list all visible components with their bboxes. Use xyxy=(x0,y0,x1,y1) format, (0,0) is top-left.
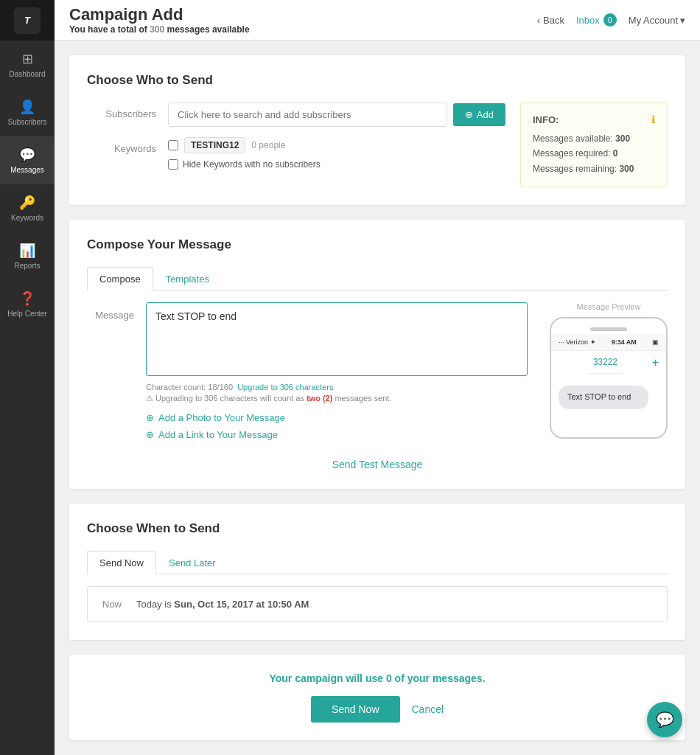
choose-who-title: Choose Who to Send xyxy=(87,73,668,88)
info-box: INFO: ℹ Messages available: 300 Messages… xyxy=(520,102,668,187)
preview-label: Message Preview xyxy=(550,302,668,311)
logo: T xyxy=(0,0,55,41)
upgrade-link[interactable]: Upgrade to 306 characters xyxy=(237,383,333,392)
send-now-date: Today is Sun, Oct 15, 2017 at 10:50 AM xyxy=(136,599,309,610)
char-count: Character count: 18/160 Upgrade to 306 c… xyxy=(146,383,528,392)
photo-icon: ⊕ xyxy=(146,412,154,423)
chat-icon: 💬 xyxy=(656,711,674,728)
content: Choose Who to Send Subscribers ⊕ Add xyxy=(55,41,700,755)
hide-keywords-label: Hide Keywords with no subscribers xyxy=(183,159,321,170)
upgrade-warning: ⚠ Upgrading to 306 characters will count… xyxy=(146,394,528,403)
add-subscribers-button[interactable]: ⊕ Add xyxy=(453,103,505,126)
help-icon: ❓ xyxy=(19,290,35,307)
phone-carrier: ··· Verizon ✦ xyxy=(559,338,596,346)
message-input-area: Text STOP to end Character count: 18/160… xyxy=(146,302,528,403)
sidebar-item-help[interactable]: ❓ Help Center xyxy=(0,280,55,328)
keyword-count: 0 people xyxy=(251,140,285,150)
phone-battery: ▣ xyxy=(652,338,659,346)
sidebar-item-reports[interactable]: 📊 Reports xyxy=(0,232,55,280)
topbar-nav: ‹ Back Inbox 0 My Account ▾ xyxy=(537,13,685,27)
send-test-button[interactable]: Send Test Message xyxy=(332,459,423,470)
subscribers-row: Subscribers ⊕ Add xyxy=(87,102,505,127)
choose-who-left: Subscribers ⊕ Add Keywords xyxy=(87,102,505,187)
phone-frame: ··· Verizon ✦ 9:34 AM ▣ 33222 + Text STO… xyxy=(550,317,668,439)
subscribers-icon: 👤 xyxy=(19,99,35,115)
inbox-button[interactable]: Inbox 0 xyxy=(576,13,617,27)
phone-messages-area: Text STOP to end xyxy=(551,378,666,437)
bottom-actions: Send Now Cancel xyxy=(87,696,668,723)
keywords-label: Keywords xyxy=(87,137,168,154)
message-textarea[interactable]: Text STOP to end xyxy=(146,302,528,376)
compose-card: Compose Your Message Compose Templates M… xyxy=(69,220,685,489)
reports-icon: 📊 xyxy=(19,243,35,259)
sidebar-item-label: Dashboard xyxy=(10,70,46,78)
tab-send-now[interactable]: Send Now xyxy=(87,551,156,574)
logo-icon: T xyxy=(14,7,41,34)
chevron-down-icon: ▾ xyxy=(680,15,685,26)
phone-plus-icon: + xyxy=(652,356,659,369)
send-now-button[interactable]: Send Now xyxy=(311,696,400,723)
campaign-use-count: 0 xyxy=(386,672,392,684)
subscribers-field: ⊕ Add xyxy=(168,102,505,127)
tab-send-later[interactable]: Send Later xyxy=(156,551,228,574)
topbar-title: Campaign Add You have a total of 300 mes… xyxy=(69,5,537,35)
phone-number-row: 33222 + xyxy=(551,351,666,378)
messages-icon: 💬 xyxy=(19,147,35,163)
sidebar-item-subscribers[interactable]: 👤 Subscribers xyxy=(0,88,55,136)
account-menu[interactable]: My Account ▾ xyxy=(629,15,685,26)
keywords-field: TESTING12 0 people Hide Keywords with no… xyxy=(168,137,505,170)
send-tabs: Send Now Send Later xyxy=(87,551,668,574)
when-to-send-card: Choose When to Send Send Now Send Later … xyxy=(69,504,685,640)
topbar-subtitle: You have a total of 300 messages availab… xyxy=(69,24,537,35)
back-button[interactable]: ‹ Back xyxy=(537,15,564,26)
sidebar-item-dashboard[interactable]: ⊞ Dashboard xyxy=(0,41,55,88)
plus-icon: ⊕ xyxy=(465,109,473,120)
send-now-label: Now xyxy=(102,599,122,610)
send-test-section: Send Test Message xyxy=(87,458,668,471)
campaign-use-text: Your campaign will use 0 of your message… xyxy=(87,672,668,684)
add-link-link[interactable]: ⊕ Add a Link to Your Message xyxy=(146,429,528,440)
chevron-left-icon: ‹ xyxy=(537,15,540,26)
sidebar-item-label: Help Center xyxy=(7,310,46,318)
sidebar-item-label: Reports xyxy=(14,262,40,270)
phone-preview: Message Preview ··· Verizon ✦ 9:34 AM ▣ … xyxy=(550,302,668,446)
phone-notch xyxy=(590,327,627,331)
message-field-row: Message Text STOP to end Character count… xyxy=(87,302,528,403)
info-messages-available: Messages available: 300 xyxy=(533,131,655,146)
cancel-button[interactable]: Cancel xyxy=(412,703,444,715)
sidebar: T ⊞ Dashboard 👤 Subscribers 💬 Messages 🔑… xyxy=(0,0,55,755)
keywords-icon: 🔑 xyxy=(19,195,35,211)
compose-title: Compose Your Message xyxy=(87,237,668,252)
compose-tabs: Compose Templates xyxy=(87,267,668,290)
sidebar-item-label: Messages xyxy=(10,166,44,174)
sidebar-item-label: Keywords xyxy=(11,214,43,222)
main-container: Campaign Add You have a total of 300 mes… xyxy=(55,0,700,755)
send-now-content: Now Today is Sun, Oct 15, 2017 at 10:50 … xyxy=(87,586,668,622)
sidebar-item-keywords[interactable]: 🔑 Keywords xyxy=(0,184,55,232)
compose-actions: ⊕ Add a Photo to Your Message ⊕ Add a Li… xyxy=(146,412,528,440)
info-box-header: INFO: ℹ xyxy=(533,114,655,125)
link-icon: ⊕ xyxy=(146,429,154,440)
hide-keywords-row: Hide Keywords with no subscribers xyxy=(168,159,505,170)
inbox-badge: 0 xyxy=(603,13,617,27)
add-photo-link[interactable]: ⊕ Add a Photo to Your Message xyxy=(146,412,528,423)
two-highlight: two (2) xyxy=(307,394,332,403)
phone-top-bar: ··· Verizon ✦ 9:34 AM ▣ xyxy=(551,334,666,351)
keyword-item: TESTING12 0 people xyxy=(168,137,505,153)
page-title: Campaign Add xyxy=(69,5,537,24)
subscriber-search-input[interactable] xyxy=(168,102,447,127)
footer-card: Your campaign will use 0 of your message… xyxy=(69,655,685,740)
sidebar-item-messages[interactable]: 💬 Messages xyxy=(0,136,55,184)
keywords-row: Keywords TESTING12 0 people Hide Keyword… xyxy=(87,137,505,170)
compose-body: Message Text STOP to end Character count… xyxy=(87,302,668,446)
topbar: Campaign Add You have a total of 300 mes… xyxy=(55,0,700,41)
subscribers-label: Subscribers xyxy=(87,102,168,119)
when-to-send-title: Choose When to Send xyxy=(87,521,668,536)
tab-compose[interactable]: Compose xyxy=(87,267,153,290)
hide-keywords-checkbox[interactable] xyxy=(168,159,178,170)
keyword-checkbox[interactable] xyxy=(168,140,178,150)
tab-templates[interactable]: Templates xyxy=(153,267,222,290)
choose-who-card: Choose Who to Send Subscribers ⊕ Add xyxy=(69,55,685,205)
info-icon: ℹ xyxy=(651,114,655,125)
chat-fab[interactable]: 💬 xyxy=(647,702,682,737)
